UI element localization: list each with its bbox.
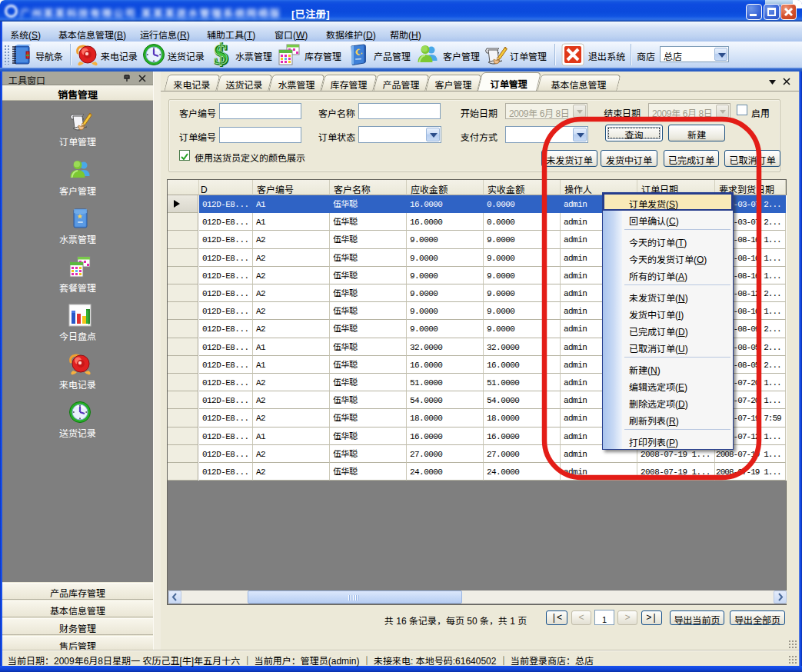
svg-text:$: $ <box>214 42 228 67</box>
